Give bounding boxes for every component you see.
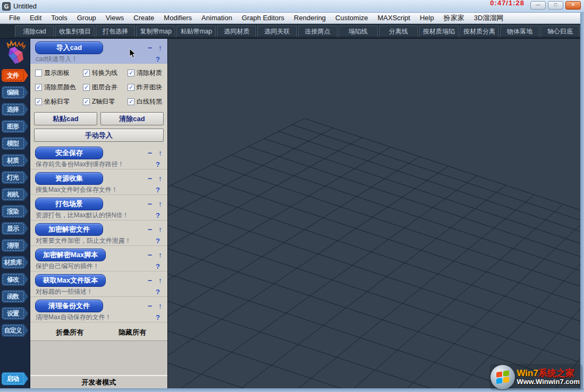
help-icon[interactable]: ? xyxy=(156,160,160,168)
sidebar-tab-shape[interactable]: 图形 xyxy=(2,120,28,133)
rollup-section-icon[interactable]: ↑ xyxy=(158,200,162,208)
help-icon[interactable]: ? xyxy=(156,237,160,245)
checkbox-explode-blocks[interactable]: 炸开图块 xyxy=(128,83,166,92)
close-button[interactable]: ✕ xyxy=(565,1,581,10)
menu-rendering[interactable]: Rendering xyxy=(289,13,331,23)
section-title[interactable]: 安全保存 xyxy=(35,147,103,159)
menu-create[interactable]: Create xyxy=(129,13,159,23)
checkbox-white-to-black[interactable]: 白线转黑 xyxy=(128,97,166,106)
section-title[interactable]: 加密解密Max脚本 xyxy=(35,249,106,261)
checkbox-box[interactable] xyxy=(35,98,42,105)
minimize-section-icon[interactable]: − xyxy=(148,302,152,310)
toolbar-detach-by-material[interactable]: 按材质分离 xyxy=(460,25,499,37)
menu-file[interactable]: File xyxy=(4,13,25,23)
toolbar-select-same-material[interactable]: 选同材质 xyxy=(217,25,256,37)
checkbox-box[interactable] xyxy=(83,98,90,105)
checkbox-show-panel[interactable]: 显示面板 xyxy=(35,69,83,78)
menu-graph-editors[interactable]: Graph Editors xyxy=(237,13,289,23)
sidebar-tab-modify[interactable]: 修改 xyxy=(2,273,28,286)
menu-group[interactable]: Group xyxy=(72,13,101,23)
sidebar-tab-model[interactable]: 模型 xyxy=(2,137,28,150)
toolbar-pack-selection[interactable]: 打包选择 xyxy=(96,25,135,37)
help-icon[interactable]: ? xyxy=(156,262,160,270)
sidebar-tab-function[interactable]: 函数 xyxy=(2,290,28,303)
checkbox-merge-layers[interactable]: 图层合并 xyxy=(83,83,128,92)
toolbar-connect-two-points[interactable]: 连接两点 xyxy=(298,25,337,37)
checkbox-box[interactable] xyxy=(128,98,134,105)
toolbar-collapse-by-material[interactable]: 按材质塌陷 xyxy=(419,25,459,37)
section-title[interactable]: 清理备份文件 xyxy=(35,300,103,312)
minimize-section-icon[interactable]: − xyxy=(148,44,152,52)
checkbox-clear-layer-color[interactable]: 清除层颜色 xyxy=(35,83,83,92)
clear-cad-button[interactable]: 清除cad xyxy=(100,112,164,125)
toolbar-paste-with-map[interactable]: 粘贴带map xyxy=(176,25,216,37)
hide-all-link[interactable]: 隐藏所有 xyxy=(119,328,146,337)
minimize-section-icon[interactable]: − xyxy=(148,175,152,182)
checkbox-box[interactable] xyxy=(35,70,42,76)
minimize-section-icon[interactable]: − xyxy=(148,200,152,208)
section-title[interactable]: 获取Max文件版本 xyxy=(35,274,106,287)
checkbox-clear-material[interactable]: 清除材质 xyxy=(128,69,166,78)
sidebar-tab-custom[interactable]: 自定义 xyxy=(2,324,28,337)
sidebar-tab-edit[interactable]: 编辑 xyxy=(2,86,28,99)
minimize-section-icon[interactable]: − xyxy=(148,226,152,233)
developer-mode-button[interactable]: 开发者模式 xyxy=(30,375,167,388)
menu-edit[interactable]: Edit xyxy=(25,13,46,23)
checkbox-zero-z-axis[interactable]: Z轴归零 xyxy=(83,97,128,106)
sidebar-tab-camera[interactable]: 相机 xyxy=(2,188,28,201)
rollup-section-icon[interactable]: ↑ xyxy=(158,149,162,157)
menu-maxscript[interactable]: MAXScript xyxy=(373,13,415,23)
sidebar-tab-render[interactable]: 渲染 xyxy=(2,205,28,218)
section-title-import-cad[interactable]: 导入cad xyxy=(35,41,103,54)
minimize-section-icon[interactable]: − xyxy=(148,277,152,284)
sidebar-tab-material[interactable]: 材质 xyxy=(2,154,28,167)
menu-animation[interactable]: Animation xyxy=(197,13,237,23)
menu-views[interactable]: Views xyxy=(101,13,129,23)
menu-3dliuliu[interactable]: 3D溜溜网 xyxy=(469,13,509,23)
section-title[interactable]: 加密解密文件 xyxy=(35,223,103,236)
checkbox-convert-to-line[interactable]: 转换为线 xyxy=(83,69,128,78)
toolbar-object-to-ground[interactable]: 物体落地 xyxy=(500,25,539,37)
menu-modifiers[interactable]: Modifiers xyxy=(159,13,197,23)
checkbox-box[interactable] xyxy=(128,70,134,76)
manual-import-button[interactable]: 手动导入 xyxy=(34,129,164,142)
checkbox-box[interactable] xyxy=(35,84,42,91)
sidebar-tab-material-lib[interactable]: 材质库 xyxy=(2,256,28,269)
sidebar-tab-launch[interactable]: 启动 xyxy=(2,372,28,385)
checkbox-box[interactable] xyxy=(83,84,90,91)
menu-tools[interactable]: Tools xyxy=(46,13,72,23)
rollup-section-icon[interactable]: ↑ xyxy=(158,251,162,259)
help-icon[interactable]: ? xyxy=(156,55,160,63)
rollup-section-icon[interactable]: ↑ xyxy=(158,226,162,233)
help-icon[interactable]: ? xyxy=(156,313,160,321)
sidebar-tab-select[interactable]: 选择 xyxy=(2,103,28,116)
section-title[interactable]: 打包场景 xyxy=(35,198,103,210)
sidebar-tab-display[interactable]: 显示 xyxy=(2,222,28,235)
checkbox-zero-coords[interactable]: 坐标归零 xyxy=(35,97,83,106)
rollup-section-icon[interactable]: ↑ xyxy=(158,44,162,52)
minimize-section-icon[interactable]: − xyxy=(148,251,152,259)
rollup-section-icon[interactable]: ↑ xyxy=(158,175,162,182)
help-icon[interactable]: ? xyxy=(156,186,160,194)
sidebar-tab-light[interactable]: 灯光 xyxy=(2,171,28,184)
help-icon[interactable]: ? xyxy=(156,288,160,296)
sidebar-tab-settings[interactable]: 设置 xyxy=(2,307,28,320)
menu-customize[interactable]: Customize xyxy=(331,13,373,23)
rollup-section-icon[interactable]: ↑ xyxy=(158,277,162,284)
toolbar-collapse-line[interactable]: 塌陷线 xyxy=(338,25,378,37)
toolbar-collect-to-project[interactable]: 收集到项目 xyxy=(55,25,95,37)
toolbar-copy-with-map[interactable]: 复制带map xyxy=(136,25,175,37)
toolbar-pivot-to-bottom[interactable]: 轴心归底 xyxy=(540,25,580,37)
checkbox-box[interactable] xyxy=(128,84,134,91)
paste-cad-button[interactable]: 粘贴cad xyxy=(34,112,97,125)
sidebar-tab-file[interactable]: 文件 xyxy=(2,69,28,82)
section-title[interactable]: 资源收集 xyxy=(35,172,103,185)
help-icon[interactable]: ? xyxy=(156,211,160,219)
menu-banjiajia[interactable]: 扮家家 xyxy=(439,13,469,23)
viewport-3d[interactable] xyxy=(168,39,580,388)
minimize-button[interactable]: — xyxy=(530,1,546,10)
sidebar-tab-cleanup[interactable]: 清理 xyxy=(2,239,28,252)
checkbox-box[interactable] xyxy=(83,70,90,76)
minimize-section-icon[interactable]: − xyxy=(148,149,152,157)
rollup-section-icon[interactable]: ↑ xyxy=(158,302,162,310)
